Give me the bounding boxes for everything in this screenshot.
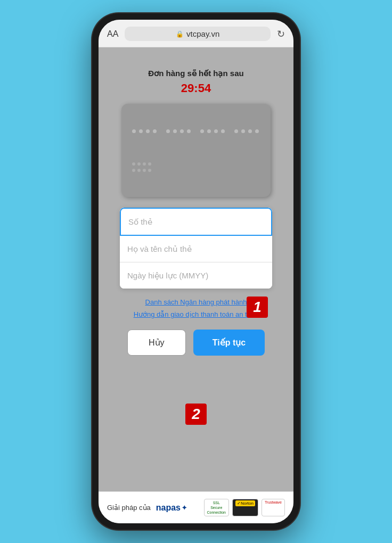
card-dot — [132, 129, 136, 133]
napas-star: ✦ — [182, 504, 187, 512]
expire-label: Đơn hàng sẽ hết hạn sau — [148, 69, 243, 78]
bank-list-link[interactable]: Danh sách Ngân hàng phát hành — [134, 296, 259, 308]
annotation-2: 2 — [185, 404, 207, 425]
card-info-dot — [143, 162, 146, 166]
security-badges: SSLSecureConnection ✓Norton Trustwave — [204, 499, 285, 516]
card-dot — [248, 129, 252, 133]
browser-aa[interactable]: AA — [107, 29, 118, 39]
trustwave-text: Trustwave — [265, 500, 282, 505]
card-dot — [255, 129, 259, 133]
card-info-dot — [132, 162, 135, 166]
action-buttons: Hủy Tiếp tục — [120, 330, 272, 356]
card-dot — [187, 129, 191, 133]
expiry-date-input[interactable] — [120, 262, 272, 289]
footer-bar: Giải pháp của napas ✦ SSLSecureConnectio… — [99, 491, 293, 523]
ssl-badge: SSLSecureConnection — [204, 499, 229, 516]
card-dot — [146, 129, 150, 133]
card-dot — [207, 129, 211, 133]
card-info-rows — [132, 162, 260, 172]
solution-label: Giải pháp của — [107, 504, 151, 512]
card-info-dot — [137, 162, 141, 166]
annotation-1: 1 — [247, 297, 268, 318]
browser-bar: AA 🔒 vtcpay.vn ↻ — [99, 20, 293, 47]
card-form — [120, 208, 272, 289]
card-number-dots — [132, 129, 260, 133]
content-wrapper: Đơn hàng sẽ hết hạn sau 29:54 — [109, 58, 283, 491]
refresh-icon[interactable]: ↻ — [277, 28, 285, 40]
cancel-button[interactable]: Hủy — [127, 330, 186, 356]
countdown-timer: 29:54 — [181, 81, 211, 95]
card-dot — [166, 129, 170, 133]
payment-guide-link[interactable]: Hướng dẫn giao dịch thanh toán an toàn — [134, 308, 259, 320]
content-area: Đơn hàng sẽ hết hạn sau 29:54 — [99, 47, 293, 491]
card-dot — [180, 129, 184, 133]
card-info-dot — [148, 169, 151, 172]
napas-text: napas — [156, 503, 181, 513]
card-visual — [121, 104, 271, 197]
browser-url: vtcpay.vn — [186, 29, 219, 38]
browser-url-bar[interactable]: 🔒 vtcpay.vn — [125, 27, 271, 41]
card-dot — [153, 129, 157, 133]
ssl-text: SSLSecureConnection — [207, 500, 226, 515]
card-info-dot — [143, 169, 146, 172]
card-dot — [221, 129, 225, 133]
card-dot — [200, 129, 204, 133]
card-info-dot — [148, 162, 151, 166]
lock-icon: 🔒 — [176, 30, 184, 38]
card-dot — [241, 129, 245, 133]
continue-button[interactable]: Tiếp tục — [193, 330, 265, 356]
cardholder-name-input[interactable] — [120, 236, 272, 262]
card-number-input[interactable] — [120, 208, 272, 236]
info-links: Danh sách Ngân hàng phát hành Hướng dẫn … — [134, 296, 259, 321]
norton-badge: ✓Norton — [232, 499, 258, 516]
card-dot — [234, 129, 238, 133]
card-info-dot — [132, 169, 135, 172]
norton-text: ✓Norton — [235, 500, 255, 507]
card-dot — [214, 129, 218, 133]
card-dot — [139, 129, 143, 133]
card-dot — [173, 129, 177, 133]
trustwave-badge: Trustwave — [262, 499, 285, 516]
card-info-dot — [137, 169, 141, 172]
napas-logo: napas ✦ — [156, 503, 187, 513]
